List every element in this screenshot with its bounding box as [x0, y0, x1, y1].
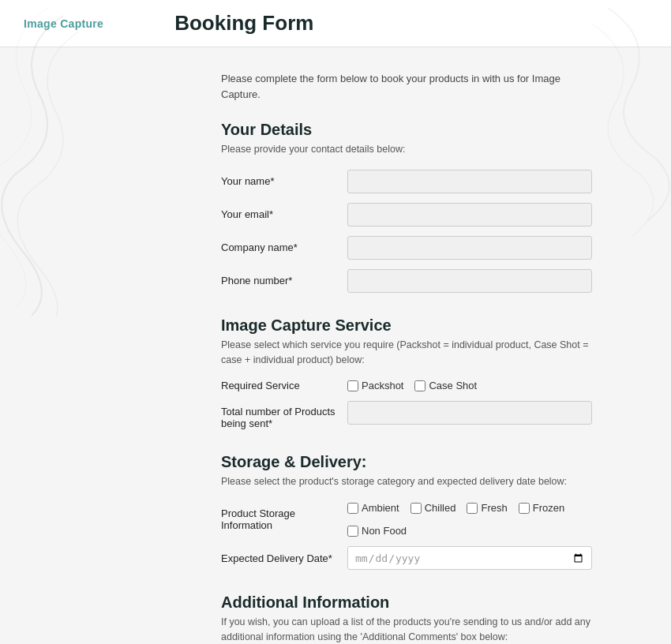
ambient-checkbox[interactable] [347, 503, 358, 514]
section-additional-info: Additional Information If you wish, you … [221, 593, 592, 644]
company-row: Company name* [221, 236, 592, 260]
chilled-checkbox[interactable] [410, 503, 422, 514]
image-capture-title: Image Capture Service [221, 316, 592, 335]
header: Image Capture Booking Form [0, 0, 671, 47]
frozen-label: Frozen [533, 502, 564, 514]
fresh-checkbox[interactable] [467, 503, 478, 514]
ambient-label: Ambient [362, 502, 399, 514]
phone-input[interactable] [347, 269, 592, 293]
storage-row: Product Storage Information Ambient Chil… [221, 502, 592, 537]
storage-checkboxes: Ambient Chilled Fresh Frozen Non Food [347, 502, 592, 537]
company-label: Company name* [221, 242, 347, 253]
required-service-row: Required Service Packshot Case Shot [221, 380, 592, 391]
company-input[interactable] [347, 236, 592, 260]
page-title: Booking Form [174, 11, 313, 36]
your-details-subtitle: Please provide your contact details belo… [221, 142, 592, 157]
total-products-label: Total number of Products being sent* [221, 401, 347, 429]
total-products-input[interactable] [347, 401, 592, 425]
delivery-date-row: Expected Delivery Date* [221, 546, 592, 570]
email-label: Your email* [221, 208, 347, 220]
additional-info-title: Additional Information [221, 593, 592, 612]
service-checkboxes: Packshot Case Shot [347, 380, 477, 391]
non-food-label: Non Food [362, 525, 407, 537]
phone-label: Phone number* [221, 275, 347, 286]
fresh-label: Fresh [481, 502, 507, 514]
total-products-row: Total number of Products being sent* [221, 401, 592, 429]
packshot-option[interactable]: Packshot [347, 380, 403, 391]
frozen-option[interactable]: Frozen [519, 502, 564, 514]
image-capture-subtitle: Please select which service you require … [221, 338, 592, 368]
non-food-checkbox[interactable] [347, 526, 358, 537]
delivery-date-input[interactable] [347, 546, 592, 570]
case-shot-checkbox[interactable] [414, 380, 425, 391]
name-label: Your name* [221, 175, 347, 187]
required-service-label: Required Service [221, 380, 347, 391]
name-input[interactable] [347, 170, 592, 193]
brand-label[interactable]: Image Capture [24, 17, 103, 30]
packshot-checkbox[interactable] [347, 380, 358, 391]
delivery-date-label: Expected Delivery Date* [221, 552, 347, 564]
storage-label: Product Storage Information [221, 507, 347, 531]
email-row: Your email* [221, 203, 592, 227]
chilled-label: Chilled [425, 502, 456, 514]
additional-info-subtitle: If you wish, you can upload a list of th… [221, 615, 592, 644]
section-image-capture: Image Capture Service Please select whic… [221, 316, 592, 430]
section-storage-delivery: Storage & Delivery: Please select the pr… [221, 453, 592, 570]
ambient-option[interactable]: Ambient [347, 502, 399, 514]
case-shot-label: Case Shot [429, 380, 477, 391]
name-row: Your name* [221, 170, 592, 193]
non-food-option[interactable]: Non Food [347, 525, 407, 537]
form-intro: Please complete the form below to book y… [221, 71, 592, 102]
chilled-option[interactable]: Chilled [410, 502, 456, 514]
email-input[interactable] [347, 203, 592, 227]
phone-row: Phone number* [221, 269, 592, 293]
main-content: Please complete the form below to book y… [0, 47, 671, 644]
fresh-option[interactable]: Fresh [467, 502, 507, 514]
your-details-title: Your Details [221, 121, 592, 139]
packshot-label: Packshot [362, 380, 403, 391]
storage-delivery-title: Storage & Delivery: [221, 453, 592, 471]
section-your-details: Your Details Please provide your contact… [221, 121, 592, 293]
frozen-checkbox[interactable] [519, 503, 530, 514]
case-shot-option[interactable]: Case Shot [414, 380, 477, 391]
storage-delivery-subtitle: Please select the product's storage cate… [221, 474, 592, 489]
